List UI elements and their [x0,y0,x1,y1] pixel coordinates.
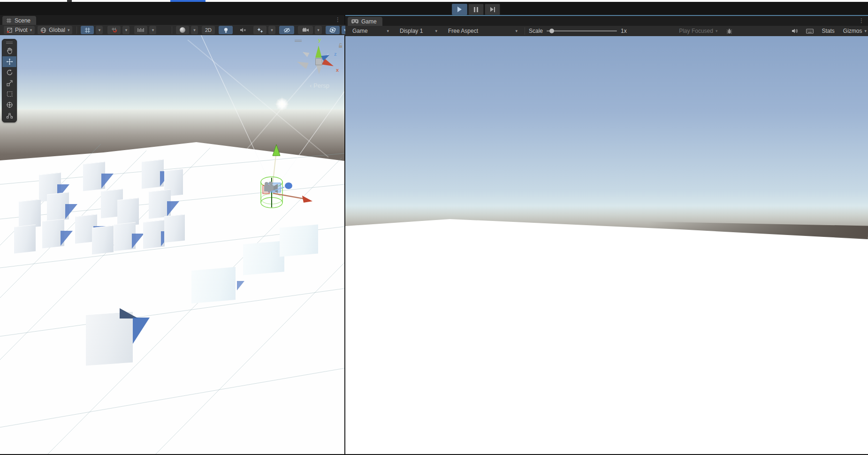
orbit-gizmo-icon [329,27,336,33]
component-tools-button[interactable] [326,26,340,34]
game-view-dropdown[interactable]: Game ▾ [350,27,392,35]
game-tabbar: Game ⋮ [345,16,868,26]
gamepad-icon [351,19,358,24]
scene-cube-panel[interactable] [92,226,114,255]
chevron-down-icon: ▾ [125,28,128,32]
cube-shadow [101,174,114,189]
chevron-down-icon: ▾ [30,28,32,32]
scene-effects-button[interactable] [253,26,266,34]
gizmos-dropdown[interactable]: Gizmos ▾ [840,27,868,35]
view-hand-tool[interactable] [2,46,16,56]
scene-camera-dropdown[interactable]: ▾ [315,26,322,34]
game-viewport[interactable] [345,36,868,455]
2d-toggle-button[interactable]: 2D [202,26,215,34]
scene-stair-panel[interactable] [243,241,284,275]
game-toolbar-right: Play Focused ▾ Stats Gizmos ▾ [675,27,868,35]
scale-slider[interactable] [547,30,617,31]
move-tool[interactable] [2,56,16,67]
axis-y-label: y [318,37,321,43]
axis-z-cone[interactable] [321,53,331,61]
rect-icon [6,91,13,98]
game-menu-icon[interactable]: ⋮ [859,17,864,24]
scene-cube-panel[interactable] [14,225,36,254]
selected-object-gizmo[interactable] [249,141,319,216]
display-dropdown[interactable]: Display 1 ▾ [397,27,440,35]
cube-shadow [133,318,150,344]
scale-tool[interactable] [2,78,16,89]
snap-button[interactable] [107,26,121,34]
scene-cube-panel[interactable] [19,199,41,229]
projection-mode-label[interactable]: ‹ Persp [298,82,341,89]
scene-tab-label: Scene [15,17,30,24]
gizmos-label: Gizmos [843,28,862,34]
pause-button[interactable] [468,4,484,15]
play-focused-label: Play Focused [679,28,713,34]
bug-icon [726,28,732,34]
unity-editor-window: Scene ⋮ Pivot ▾ Global ▾ ▾ ▾ ▾ [0,0,868,455]
scene-viewport[interactable]: y z x ‹ Persp [0,35,344,455]
game-dropdown-label: Game [352,28,368,34]
tab-game[interactable]: Game [348,17,382,26]
stats-label: Stats [822,28,834,34]
custom-tool-icon [6,112,13,119]
scene-audio-button[interactable] [236,26,250,34]
game-toolbar: Game ▾ Display 1 ▾ Free Aspect ▾ Scale 1… [345,26,868,37]
shading-mode-button[interactable] [176,26,189,34]
snap-dropdown[interactable]: ▾ [122,26,129,34]
scene-stair-panel[interactable] [280,224,318,257]
tab-scene[interactable]: Scene [2,16,36,25]
scene-visibility-button[interactable] [279,26,294,34]
grid-visibility-button[interactable] [81,26,94,34]
global-dropdown[interactable]: Global ▾ [38,26,72,34]
scene-effects-dropdown[interactable]: ▾ [268,26,275,34]
overlay-drag-handle[interactable] [295,40,302,42]
axis-z-label: z [334,51,337,57]
scene-cube-panel[interactable] [164,214,185,243]
scene-cube-panel[interactable] [117,198,139,227]
scene-lighting-button[interactable] [219,26,233,34]
pivot-label: Pivot [15,27,28,33]
scene-camera-button[interactable] [298,26,313,34]
axis-neg-z-cone[interactable] [301,50,309,57]
lock-icon[interactable] [338,43,343,48]
step-button[interactable] [485,4,500,15]
axis-neg-y-cone[interactable] [316,65,322,74]
grid-visibility-dropdown[interactable]: ▾ [96,26,103,34]
debug-button[interactable] [723,27,736,35]
gizmo-center-cube[interactable] [315,58,322,65]
snap-increment-button[interactable] [134,26,147,34]
game-ground-plane [345,213,868,455]
play-button[interactable] [452,4,467,15]
rotate-tool[interactable] [2,67,16,78]
chevron-down-icon: ▾ [68,28,70,32]
custom-tool[interactable] [2,110,16,121]
scale-value: 1x [621,28,627,34]
scale-slider-knob[interactable] [549,29,554,33]
scene-panel: Scene ⋮ Pivot ▾ Global ▾ ▾ ▾ ▾ [0,15,345,455]
light-bulb-icon [223,27,228,33]
effects-sparkle-icon [257,27,263,33]
stats-button[interactable]: Stats [819,27,837,35]
keyboard-capture-button[interactable] [803,27,816,35]
scene-stair-panel[interactable] [191,267,236,303]
shaded-sphere-icon [180,27,185,33]
chevron-down-icon: ▾ [515,29,518,33]
axis-x-label: x [336,67,339,73]
game-audio-button[interactable] [788,27,801,35]
overlay-drag-handle[interactable] [2,39,16,46]
play-focused-dropdown[interactable]: Play Focused ▾ [676,27,720,35]
aspect-ratio-dropdown[interactable]: Free Aspect ▾ [445,27,520,35]
snap-increment-dropdown[interactable]: ▾ [149,26,156,34]
divider [525,27,525,35]
axis-neg-x-cone[interactable] [296,59,308,69]
chevron-down-icon: ▾ [193,28,196,32]
transform-tool[interactable] [2,99,16,110]
persp-text: Persp [313,82,329,89]
pivot-dropdown[interactable]: Pivot ▾ [4,26,35,34]
scene-menu-icon[interactable]: ⋮ [335,16,341,23]
rect-tool[interactable] [2,89,16,99]
chevron-down-icon: ▾ [99,28,101,32]
scene-toolbar-right: ▾ 2D ▾ ▾ ▾ [169,26,350,34]
scene-single-cube[interactable] [86,311,133,366]
shading-mode-dropdown[interactable]: ▾ [191,26,198,34]
